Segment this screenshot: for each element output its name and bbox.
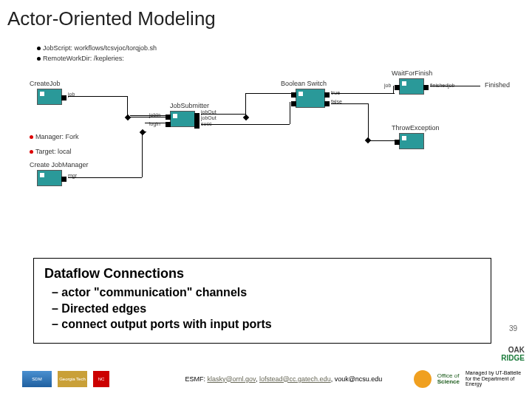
dataflow-item: actor "communication" channels (66, 284, 480, 301)
managed-by-text: Managed by UT-Battelle for the Departmen… (466, 370, 525, 387)
dataflow-item: Directed edges (66, 301, 480, 317)
science-logo (414, 370, 432, 388)
footer: SDM Georgia Tech NC ESMF: klasky@ornl.go… (0, 358, 532, 399)
relation-node (365, 137, 371, 143)
actor-jobsubmitter: JobSubmitter jobIn login jobOut jobOut s… (170, 111, 195, 127)
nc-logo: NC (93, 371, 109, 387)
footer-emails: ESMF: klasky@ornl.gov, lofstead@cc.gatec… (154, 375, 414, 383)
footer-logos-right: Office ofScience Managed by UT-Battelle … (414, 370, 525, 388)
actor-waitforfinish: WaitForFinish job finishedjob (399, 78, 424, 95)
sdm-logo: SDM (22, 371, 52, 387)
footer-logos-left: SDM Georgia Tech NC (22, 371, 109, 387)
email-link[interactable]: klasky@ornl.gov (207, 375, 256, 383)
dataflow-title: Dataflow Connections (44, 266, 480, 282)
office-science-text: Office ofScience (437, 373, 460, 385)
dataflow-item: connect output ports with input ports (66, 316, 480, 332)
relation-node (243, 115, 249, 120)
page-number: 39 (509, 324, 517, 332)
georgiatech-logo: Georgia Tech (58, 371, 87, 387)
slide-title: Actor-Oriented Modeling (0, 0, 532, 30)
param-remotework: RemoteWorkDir: /kepleries: (37, 55, 124, 62)
actor-booleanswitch: Boolean Switch true false (296, 89, 325, 108)
email-link[interactable]: lofstead@cc.gatech.edu (259, 375, 331, 383)
actor-createjob: CreateJob job (37, 89, 62, 105)
param-target: Target: local (30, 148, 72, 155)
relation-node (140, 129, 146, 135)
text-finished: Finished (485, 81, 510, 89)
dataflow-box: Dataflow Connections actor "communicatio… (33, 258, 491, 344)
actor-createjobmgr: Create JobManager mgr (37, 170, 62, 186)
param-jobscript: JobScript: workflows/tcsvjoc/torqjob.sh (37, 44, 157, 52)
workflow-diagram: JobScript: workflows/tcsvjoc/torqjob.sh … (22, 44, 517, 236)
actor-throwexception: ThrowException (399, 133, 424, 149)
param-manager: Manager: Fork (30, 133, 79, 140)
